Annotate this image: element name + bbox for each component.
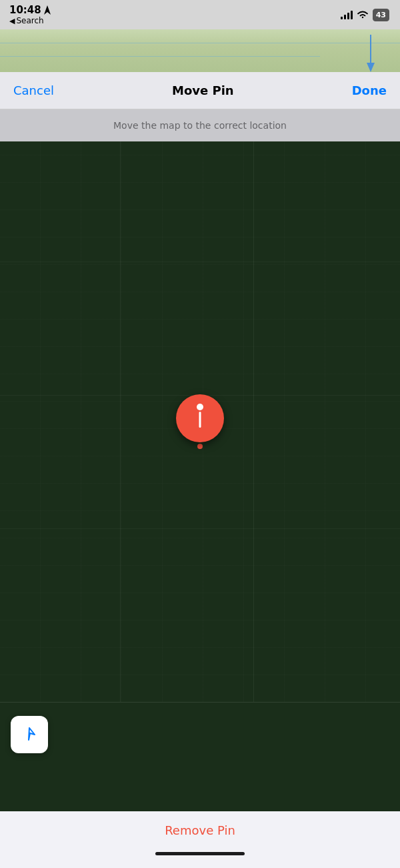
signal-bar-2 [344,15,346,19]
back-chevron: ◀ [9,17,15,25]
nav-title: Move Pin [172,83,234,97]
nav-bar: Cancel Move Pin Done [0,72,400,109]
instruction-text: Move the map to the correct location [113,120,287,131]
time-label: 10:48 [9,4,41,16]
back-label: Search [16,16,43,25]
pin-body [176,394,224,442]
home-indicator [155,852,245,855]
pin-stem [199,412,201,428]
battery-level: 43 [376,11,386,19]
battery-indicator: 43 [373,9,389,21]
pin-point [197,444,203,449]
map-area[interactable] [0,141,400,702]
location-icon [44,5,51,15]
status-left: 10:48 ◀ Search [9,4,51,25]
svg-marker-0 [44,5,51,15]
map-arrow-icon [365,35,376,72]
signal-bar-3 [347,13,349,19]
map-pin [176,394,224,449]
footer: Remove Pin [0,811,400,868]
status-right: 43 [341,9,389,21]
remove-pin-button[interactable]: Remove Pin [165,823,235,837]
location-button[interactable] [11,716,48,753]
instruction-bar: Move the map to the correct location [0,109,400,141]
bottom-area [0,702,400,811]
status-bar: 10:48 ◀ Search 43 [0,0,400,29]
status-search: ◀ Search [9,16,44,25]
signal-bar-1 [341,17,343,19]
signal-bars [341,10,353,19]
wifi-icon [357,10,369,19]
location-arrow-icon [21,727,37,743]
map-preview [0,29,400,72]
status-time: 10:48 [9,4,51,16]
done-button[interactable]: Done [352,83,387,97]
svg-marker-2 [367,63,375,72]
cancel-button[interactable]: Cancel [13,83,54,97]
pin-dot [197,404,203,410]
signal-bar-4 [351,11,353,19]
